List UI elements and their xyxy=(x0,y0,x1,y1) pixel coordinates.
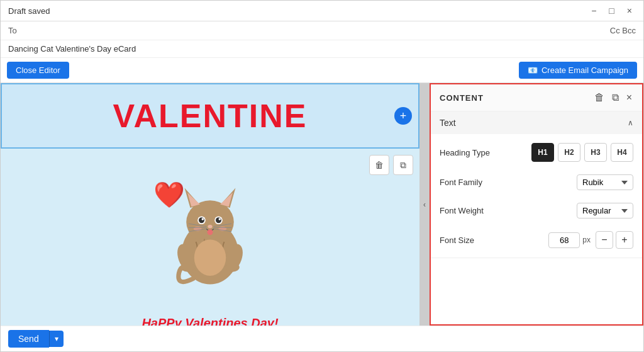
draft-status: Draft saved xyxy=(8,6,50,16)
svg-point-1 xyxy=(186,200,234,243)
font-family-controls: Rubik Arial Georgia Verdana xyxy=(577,174,633,190)
main-area: VALENTINE + 🗑 ⧉ ❤️ xyxy=(1,83,643,326)
cc-bcc-label: Cc Bcc xyxy=(610,26,636,35)
add-section-button[interactable]: + xyxy=(394,107,412,125)
font-weight-row: Font Weight Regular Bold Light Medium xyxy=(440,203,633,219)
font-family-select[interactable]: Rubik Arial Georgia Verdana xyxy=(577,174,633,190)
right-panel: CONTENT 🗑 ⧉ × Text ∧ Heading Type xyxy=(430,83,643,326)
font-family-row: Font Family Rubik Arial Georgia Verdana xyxy=(440,174,633,190)
create-campaign-button[interactable]: 📧 Create Email Campaign xyxy=(519,62,637,79)
text-section-content: Heading Type H1 H2 H3 H4 Font Family xyxy=(431,134,642,258)
campaign-icon: 📧 xyxy=(528,65,538,75)
delete-block-button[interactable]: 🗑 xyxy=(369,155,389,175)
heading-type-row: Heading Type H1 H2 H3 H4 xyxy=(440,143,633,162)
send-button[interactable]: Send xyxy=(8,330,49,348)
font-weight-select[interactable]: Regular Bold Light Medium xyxy=(577,203,633,219)
svg-point-10 xyxy=(202,218,204,220)
window-controls: − □ × xyxy=(587,4,636,17)
text-section-chevron: ∧ xyxy=(628,118,633,127)
subject-text: Dancing Cat Valentine's Day eCard xyxy=(8,44,136,54)
svg-point-26 xyxy=(226,263,240,271)
duplicate-block-button[interactable]: ⧉ xyxy=(393,155,413,175)
panel-header: CONTENT 🗑 ⧉ × xyxy=(431,84,642,111)
panel-title: CONTENT xyxy=(440,93,484,103)
svg-point-21 xyxy=(208,229,213,235)
collapse-icon: ‹ xyxy=(423,200,426,209)
to-row: To Cc Bcc xyxy=(1,21,643,40)
heading-h1-button[interactable]: H1 xyxy=(531,143,554,162)
font-size-increase-button[interactable]: + xyxy=(616,231,633,249)
valentine-title: VALENTINE xyxy=(8,97,412,135)
panel-close-button[interactable]: × xyxy=(625,91,633,105)
text-section-header[interactable]: Text ∧ xyxy=(431,111,642,134)
to-label: To xyxy=(8,26,17,35)
send-bar: Send ▾ xyxy=(1,326,643,351)
maximize-button[interactable]: □ xyxy=(605,4,618,17)
bottom-valentine-text: HaPPy Valentines Day! xyxy=(1,312,419,326)
canvas-area: VALENTINE + 🗑 ⧉ ❤️ xyxy=(1,83,419,326)
cat-section: 🗑 ⧉ ❤️ xyxy=(1,149,419,312)
toolbar-row: Close Editor 📧 Create Email Campaign xyxy=(1,58,643,83)
text-section-label: Text xyxy=(440,118,456,128)
cat-illustration: ❤️ xyxy=(147,167,273,293)
create-campaign-label: Create Email Campaign xyxy=(541,65,628,75)
panel-header-icons: 🗑 ⧉ × xyxy=(593,91,633,105)
font-size-row: Font Size px − + xyxy=(440,231,633,249)
text-section: Text ∧ Heading Type H1 H2 H3 H4 xyxy=(431,111,642,258)
canvas-content: VALENTINE + 🗑 ⧉ ❤️ xyxy=(1,83,419,326)
font-size-input[interactable] xyxy=(548,232,580,248)
heart-emoji: ❤️ xyxy=(153,180,185,210)
heading-type-controls: H1 H2 H3 H4 xyxy=(531,143,633,162)
heading-h3-button[interactable]: H3 xyxy=(584,143,607,162)
font-size-controls: px − + xyxy=(548,231,633,249)
svg-point-12 xyxy=(208,225,212,228)
collapse-handle[interactable]: ‹ xyxy=(419,83,430,326)
send-dropdown-button[interactable]: ▾ xyxy=(49,331,64,347)
svg-point-8 xyxy=(199,217,204,223)
heading-type-label: Heading Type xyxy=(440,148,490,157)
svg-point-9 xyxy=(216,217,221,223)
subject-row: Dancing Cat Valentine's Day eCard xyxy=(1,40,643,58)
font-family-label: Font Family xyxy=(440,178,482,187)
font-weight-controls: Regular Bold Light Medium xyxy=(577,203,633,219)
close-window-button[interactable]: × xyxy=(623,4,636,17)
font-size-unit: px xyxy=(582,236,591,244)
close-editor-button[interactable]: Close Editor xyxy=(7,62,69,79)
valentine-header-block: VALENTINE + xyxy=(1,83,419,149)
font-size-label: Font Size xyxy=(440,236,474,245)
font-weight-label: Font Weight xyxy=(440,206,484,215)
font-size-decrease-button[interactable]: − xyxy=(596,231,613,249)
panel-copy-button[interactable]: ⧉ xyxy=(611,91,620,105)
svg-point-24 xyxy=(194,239,226,276)
svg-point-11 xyxy=(219,218,221,220)
panel-delete-button[interactable]: 🗑 xyxy=(593,91,606,105)
minimize-button[interactable]: − xyxy=(587,4,600,17)
block-controls: 🗑 ⧉ xyxy=(369,155,413,175)
heading-h4-button[interactable]: H4 xyxy=(611,143,633,162)
heading-h2-button[interactable]: H2 xyxy=(558,143,580,162)
title-bar: Draft saved − □ × xyxy=(1,1,643,21)
svg-point-25 xyxy=(180,263,194,271)
